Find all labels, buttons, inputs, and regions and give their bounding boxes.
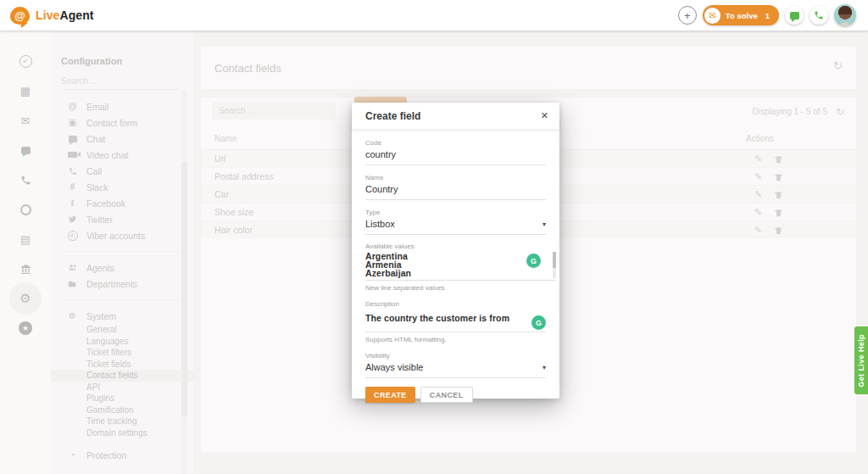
values-scrollbar[interactable] <box>553 252 556 278</box>
to-solve-count: 1 <box>765 11 770 20</box>
modal-title: Create field <box>365 110 420 122</box>
available-values-label: Available values <box>365 243 546 250</box>
name-input[interactable]: Country <box>365 184 546 200</box>
values-scrollbar-thumb[interactable] <box>553 252 556 268</box>
chat-icon <box>790 12 799 20</box>
chevron-down-icon: ▾ <box>542 364 546 371</box>
top-header: @ LiveAgent + ✉ To solve 1 <box>0 0 868 31</box>
chats-button[interactable] <box>785 6 804 25</box>
type-label: Type <box>365 209 546 216</box>
grammarly-icon[interactable]: G <box>531 315 546 330</box>
logo-text: LiveAgent <box>36 8 94 22</box>
description-divider <box>365 332 546 332</box>
available-values-textarea[interactable]: Argentina Armenia Azerbaijan G <box>365 252 556 281</box>
plus-icon: + <box>684 9 691 22</box>
code-label: Code <box>365 139 546 147</box>
to-solve-button[interactable]: ✉ To solve 1 <box>703 5 779 25</box>
name-label: Name <box>365 174 546 181</box>
modal-header: Create field ✕ <box>352 103 559 129</box>
envelope-icon: ✉ <box>704 8 721 24</box>
add-button[interactable]: + <box>678 6 697 25</box>
phone-icon <box>814 10 824 20</box>
to-solve-label: To solve <box>726 11 758 20</box>
logo-bubble-icon: @ <box>10 7 30 25</box>
chevron-down-icon: ▾ <box>542 220 546 228</box>
visibility-label: Visibility <box>365 352 546 360</box>
calls-button[interactable] <box>810 6 828 25</box>
description-label: Description <box>365 300 546 308</box>
liveagent-logo[interactable]: @ LiveAgent <box>10 7 94 25</box>
description-textarea[interactable]: The country the customer is from G <box>365 309 546 332</box>
user-avatar[interactable] <box>834 4 856 26</box>
grammarly-icon[interactable]: G <box>526 254 541 268</box>
description-helper: Supports HTML formatting. <box>365 336 546 343</box>
get-live-help-button[interactable]: Get Live Help <box>854 326 868 394</box>
cancel-button[interactable]: CANCEL <box>420 387 473 403</box>
create-button[interactable]: CREATE <box>365 387 415 403</box>
visibility-select[interactable]: Always visible ▾ <box>365 362 546 378</box>
available-values-helper: New line separated values <box>365 284 546 292</box>
type-select[interactable]: Listbox ▾ <box>365 219 546 235</box>
code-input[interactable]: country <box>365 149 546 165</box>
create-field-modal: Create field ✕ Code country Name Country… <box>352 103 559 399</box>
close-icon[interactable]: ✕ <box>541 110 548 121</box>
